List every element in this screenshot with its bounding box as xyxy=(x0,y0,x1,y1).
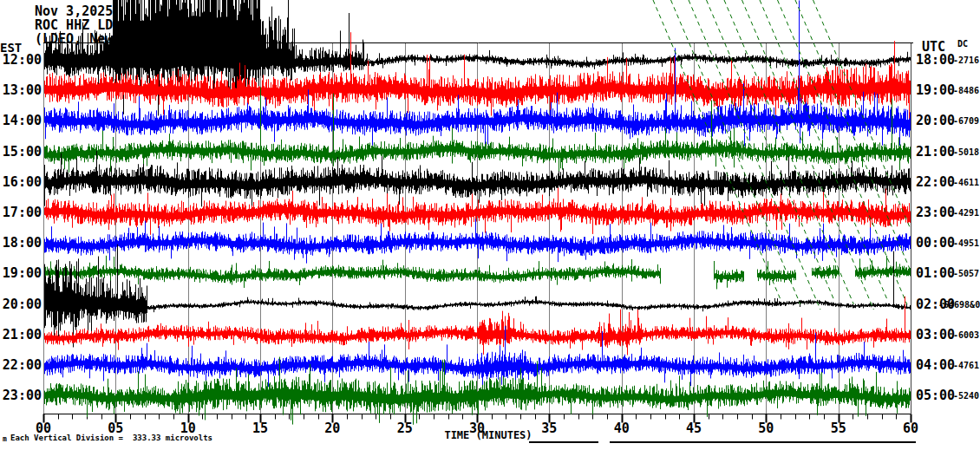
corner-mark: m xyxy=(3,436,7,443)
dc-value: -5240 xyxy=(938,392,979,401)
seismogram-canvas xyxy=(0,0,980,450)
dc-value: -8486 xyxy=(938,87,979,96)
est-time-label: 21:00 xyxy=(0,329,42,342)
est-time-label: 20:00 xyxy=(0,298,42,312)
dc-axis-label: DC xyxy=(957,40,968,49)
dc-value: -4291 xyxy=(938,209,979,218)
est-time-label: 18:00 xyxy=(0,237,42,251)
x-axis-title: TIME (MINUTES) xyxy=(399,430,578,441)
scale-note: Each Vertical Division = 333.33 microvol… xyxy=(10,434,212,442)
est-time-label: 13:00 xyxy=(0,84,42,98)
header-location: (LDEO, New York) xyxy=(35,33,160,47)
est-time-label: 19:00 xyxy=(0,267,42,281)
est-time-label: 15:00 xyxy=(0,146,42,160)
x-tick-label: 45 xyxy=(676,422,711,436)
x-tick-label: 50 xyxy=(748,422,783,436)
est-time-label: 17:00 xyxy=(0,206,42,220)
x-tick-label: 60 xyxy=(893,422,928,436)
dc-value: -6709 xyxy=(938,117,979,127)
est-time-label: 23:00 xyxy=(0,389,42,403)
x-tick-label: 15 xyxy=(243,422,278,436)
est-time-label: 16:00 xyxy=(0,176,42,190)
dc-value: -4761 xyxy=(938,362,979,371)
dc-value: -2716 xyxy=(938,56,979,66)
x-tick-label: 20 xyxy=(315,422,350,436)
underline-segment xyxy=(529,441,598,443)
dc-value: -4951 xyxy=(938,239,979,249)
dc-value: -4611 xyxy=(938,179,979,188)
x-tick-label: 55 xyxy=(821,422,856,436)
est-time-label: 14:00 xyxy=(0,114,42,128)
helicorder-page: Nov 3,2025 ROC HHZ LD (LDEO, New York) E… xyxy=(0,0,980,450)
est-time-label: 12:00 xyxy=(0,54,42,68)
est-time-label: 22:00 xyxy=(0,359,42,373)
x-tick-label: 40 xyxy=(604,422,639,436)
underline-segment xyxy=(610,441,916,443)
dc-value: -6003 xyxy=(938,331,979,341)
dc-value: -64698&0 xyxy=(938,301,979,310)
dc-value: -5057 xyxy=(938,270,979,279)
dc-value: -5018 xyxy=(938,148,979,158)
